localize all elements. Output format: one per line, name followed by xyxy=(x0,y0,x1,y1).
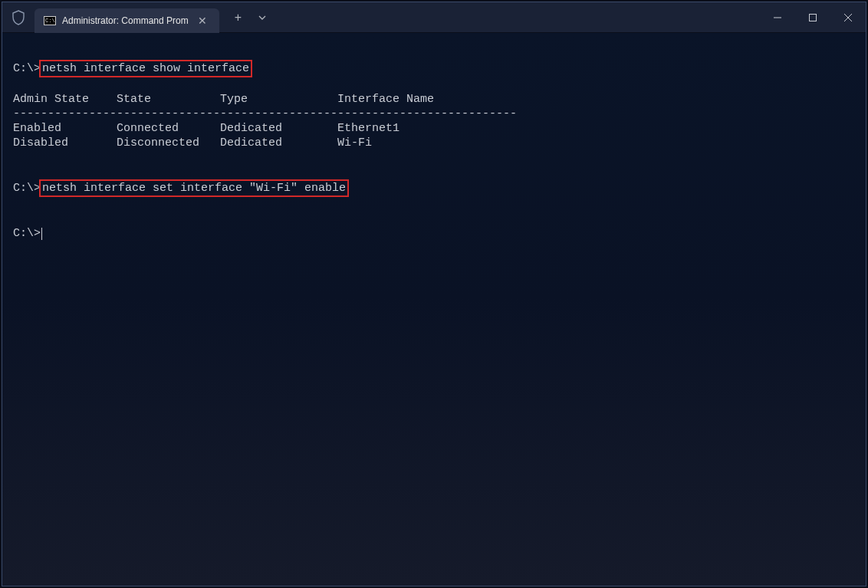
close-tab-button[interactable]: ✕ xyxy=(195,15,210,27)
command-line-1: C:\>netsh interface show interface xyxy=(13,60,855,77)
highlight-box-2: netsh interface set interface "Wi-Fi" en… xyxy=(39,179,349,197)
tab-title: Administrator: Command Prom xyxy=(62,15,189,26)
table-header: Admin State State Type Interface Name xyxy=(13,92,855,107)
tab-dropdown-button[interactable] xyxy=(255,10,269,25)
terminal-output[interactable]: C:\>netsh interface show interface Admin… xyxy=(2,33,866,586)
titlebar[interactable]: C:\ Administrator: Command Prom ✕ + xyxy=(2,2,866,33)
prompt: C:\> xyxy=(13,62,41,75)
table-divider: ----------------------------------------… xyxy=(13,107,855,121)
active-tab[interactable]: C:\ Administrator: Command Prom ✕ xyxy=(35,8,219,33)
current-prompt-line: C:\> xyxy=(13,226,855,241)
command-1-text: netsh interface show interface xyxy=(42,62,249,75)
table-row: Enabled Connected Dedicated Ethernet1 xyxy=(13,121,855,136)
svg-rect-1 xyxy=(810,14,817,21)
cmd-icon: C:\ xyxy=(44,16,56,25)
close-window-button[interactable] xyxy=(830,2,866,32)
new-tab-button[interactable]: + xyxy=(230,8,246,28)
admin-shield-icon xyxy=(12,10,25,25)
command-2-text: netsh interface set interface "Wi-Fi" en… xyxy=(42,182,346,195)
minimize-button[interactable] xyxy=(760,2,795,32)
prompt: C:\> xyxy=(13,182,41,195)
highlight-box-1: netsh interface show interface xyxy=(39,60,252,77)
prompt: C:\> xyxy=(13,227,41,240)
cursor-icon xyxy=(41,228,42,240)
command-line-2: C:\>netsh interface set interface "Wi-Fi… xyxy=(13,179,855,197)
table-row: Disabled Disconnected Dedicated Wi-Fi xyxy=(13,136,855,150)
window-controls xyxy=(760,2,866,32)
maximize-button[interactable] xyxy=(795,2,830,32)
terminal-window: C:\ Administrator: Command Prom ✕ + C:\>… xyxy=(2,2,866,586)
